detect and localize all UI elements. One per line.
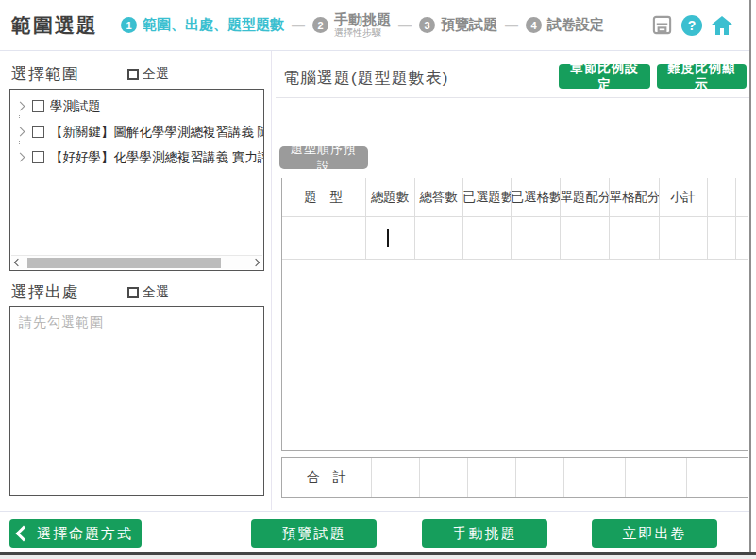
expand-chevron-icon[interactable] (15, 151, 26, 164)
tree-item-label: 學測試題 (50, 98, 101, 115)
cell-question-type[interactable] (282, 216, 365, 259)
source-placeholder: 請先勾選範圍 (19, 314, 104, 331)
step-3-number: 3 (419, 17, 435, 33)
step-2-number: 2 (312, 17, 328, 33)
header-bar: 範圍選題 1 範圍、出處、題型題數 — 2 手動挑題 選擇性步驟 — 3 預覽試… (0, 0, 750, 50)
step-2-label: 手動挑題 (334, 11, 391, 27)
window-right-edge (749, 0, 751, 553)
expand-chevron-icon[interactable] (15, 126, 26, 139)
tree-item-checkbox[interactable] (32, 151, 44, 163)
step-4-number: 4 (526, 17, 542, 33)
cell-empty (707, 216, 735, 259)
chapter-ratio-button[interactable]: 章節比例設定 (559, 64, 650, 89)
save-icon[interactable] (650, 14, 673, 37)
question-type-table: 題 型 總題數 總答數 已選題數 已選格數 單題配分 單格配分 小計 (281, 178, 748, 451)
table-data-row (282, 216, 748, 259)
step-2-subtitle: 選擇性步驟 (334, 27, 391, 39)
col-header-empty (735, 178, 748, 216)
step-3-label: 預覽試題 (441, 16, 497, 34)
step-separator: — (292, 18, 305, 33)
generate-exam-label: 立即出卷 (623, 525, 687, 543)
header-divider (0, 50, 750, 51)
expand-chevron-icon[interactable] (15, 100, 26, 113)
cell-points-per-blank[interactable] (609, 216, 659, 259)
cell-empty (735, 216, 748, 259)
manual-pick-label: 手動挑題 (453, 525, 517, 543)
step-2[interactable]: 2 手動挑題 選擇性步驟 (312, 11, 391, 39)
range-select-all-checkbox[interactable] (127, 69, 139, 80)
cell-points-per-question[interactable] (560, 216, 609, 259)
col-header-points-per-question: 單題配分 (560, 178, 609, 216)
step-1[interactable]: 1 範圍、出處、題型題數 (121, 16, 284, 34)
totals-cell (625, 458, 686, 497)
step-separator: — (398, 18, 412, 33)
cell-subtotal[interactable] (659, 216, 707, 259)
scrollbar-thumb[interactable] (27, 258, 221, 268)
back-to-method-button[interactable]: 選擇命題方式 (9, 519, 142, 548)
totals-label: 合 計 (282, 458, 371, 497)
totals-cell (563, 458, 625, 497)
col-header-selected-questions: 已選題數 (462, 178, 511, 216)
manual-pick-button[interactable]: 手動挑題 (422, 519, 547, 548)
source-select-all-label: 全選 (143, 284, 169, 301)
cell-selected-questions[interactable] (462, 216, 511, 259)
text-caret (387, 229, 389, 247)
preview-questions-label: 預覽試題 (282, 525, 346, 543)
col-header-points-per-blank: 單格配分 (609, 178, 659, 216)
behind-window-strip (0, 555, 756, 559)
totals-cell (371, 458, 419, 497)
tree-item[interactable]: 學測試題 (10, 93, 263, 119)
tree-item-label: 【好好學】化學學測總複習講義 實力評量 (50, 149, 263, 166)
cell-selected-blanks[interactable] (511, 216, 560, 259)
page-title: 範圍選題 (11, 12, 98, 39)
difficulty-ratio-button[interactable]: 難度比例顯示 (657, 64, 747, 89)
sidebar-main-divider (271, 51, 272, 510)
chevron-left-icon (16, 525, 32, 541)
range-select-all-label: 全選 (143, 66, 169, 83)
footer-divider (0, 511, 750, 512)
source-select-all[interactable]: 全選 (127, 284, 169, 301)
step-4-label: 試卷設定 (547, 16, 604, 34)
source-list: 請先勾選範圍 (9, 306, 264, 496)
range-tree: 學測試題 【新關鍵】圖解化學學測總複習講義 隨堂測驗 【好好學】化學學測總複習講… (9, 89, 264, 271)
cell-total-answers[interactable] (414, 216, 462, 259)
totals-cell (686, 458, 748, 497)
generate-exam-button[interactable]: 立即出卷 (592, 519, 717, 548)
totals-row: 合 計 (281, 457, 748, 498)
step-4[interactable]: 4 試卷設定 (526, 16, 604, 34)
main-title-divider (276, 97, 750, 98)
tree-item-checkbox[interactable] (32, 100, 44, 112)
step-3[interactable]: 3 預覽試題 (419, 16, 497, 34)
totals-cell (515, 458, 563, 497)
question-type-order-preset-button[interactable]: 題型順序預設 (279, 146, 368, 169)
help-icon[interactable]: ? (681, 15, 702, 36)
step-1-label: 範圍、出處、題型題數 (143, 16, 284, 34)
table-header-row: 題 型 總題數 總答數 已選題數 已選格數 單題配分 單格配分 小計 (282, 178, 748, 216)
range-select-all[interactable]: 全選 (127, 66, 169, 83)
step-1-number: 1 (121, 17, 137, 33)
cell-total-questions[interactable] (365, 216, 414, 259)
step-separator: — (505, 18, 518, 33)
tree-item[interactable]: 【好好學】化學學測總複習講義 實力評量 (10, 144, 263, 170)
col-header-total-questions: 總題數 (365, 178, 414, 216)
range-section-title: 選擇範圍 (11, 63, 79, 85)
source-select-all-checkbox[interactable] (127, 287, 139, 298)
source-section-title: 選擇出處 (11, 281, 79, 303)
horizontal-scrollbar[interactable] (11, 255, 262, 269)
scroll-left-icon[interactable] (11, 256, 25, 269)
col-header-empty (707, 178, 735, 216)
tree-item-label: 【新關鍵】圖解化學學測總複習講義 隨堂測驗 (50, 124, 263, 141)
totals-cell (419, 458, 467, 497)
tree-item[interactable]: 【新關鍵】圖解化學學測總複習講義 隨堂測驗 (10, 119, 263, 144)
col-header-question-type: 題 型 (282, 178, 365, 216)
totals-cell (467, 458, 515, 497)
preview-questions-button[interactable]: 預覽試題 (251, 519, 377, 548)
home-icon[interactable] (711, 14, 733, 37)
scroll-right-icon[interactable] (249, 256, 262, 269)
col-header-total-answers: 總答數 (414, 178, 462, 216)
back-to-method-label: 選擇命題方式 (37, 525, 133, 543)
header-icons: ? (650, 0, 741, 50)
col-header-subtotal: 小計 (659, 178, 707, 216)
step-indicator: 1 範圍、出處、題型題數 — 2 手動挑題 選擇性步驟 — 3 預覽試題 — 4… (121, 0, 604, 50)
tree-item-checkbox[interactable] (32, 126, 44, 138)
